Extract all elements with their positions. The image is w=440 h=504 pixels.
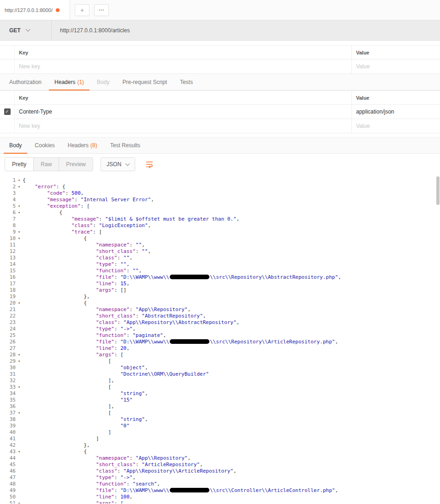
new-tab-button[interactable]: + <box>75 4 89 16</box>
fold-arrow-icon <box>16 326 23 332</box>
url-input[interactable]: http://127.0.0.1:8000/articles <box>52 20 440 40</box>
tab-response-body[interactable]: Body <box>3 138 28 153</box>
header-key-cell[interactable]: Content-Type <box>15 105 351 119</box>
fold-arrow-icon <box>16 339 23 345</box>
redacted-blob <box>170 488 209 492</box>
tab-response-cookies[interactable]: Cookies <box>28 138 61 153</box>
tab-headers[interactable]: Headers (1) <box>48 74 90 90</box>
line-number: 40 <box>0 429 16 436</box>
fold-arrow-icon <box>16 481 23 487</box>
fold-arrow-icon[interactable]: ▾ <box>16 449 23 455</box>
fold-arrow-icon <box>16 436 23 442</box>
fold-arrow-icon <box>16 365 23 371</box>
line-number: 5 <box>0 203 16 210</box>
tab-authorization[interactable]: Authorization <box>3 74 48 90</box>
fold-arrow-icon[interactable]: ▾ <box>16 184 23 190</box>
line-number: 18 <box>0 287 16 294</box>
line-number: 51 <box>0 500 16 504</box>
code-line: 23 "class": "App\\Repository\\AbstractRe… <box>0 319 440 326</box>
line-number: 20 <box>0 300 16 306</box>
line-number: 49 <box>0 487 16 494</box>
fold-arrow-icon <box>16 319 23 326</box>
fold-arrow-icon[interactable]: ▾ <box>16 410 23 416</box>
line-number: 36 <box>0 403 16 410</box>
fold-arrow-icon[interactable]: ▾ <box>16 352 23 358</box>
code-line: 43▾ { <box>0 449 440 455</box>
fold-arrow-icon <box>16 261 23 268</box>
code-line: 26 "file": "D:\\WAMP\\www\\\\src\\Reposi… <box>0 339 440 345</box>
tab-response-headers[interactable]: Headers (8) <box>61 138 104 153</box>
request-tab[interactable]: http://127.0.0.1:8000/ <box>0 0 70 20</box>
fold-arrow-icon <box>16 242 23 248</box>
fold-arrow-icon[interactable]: ▾ <box>16 203 23 210</box>
tab-body[interactable]: Body <box>90 74 116 90</box>
pretty-button[interactable]: Pretty <box>5 158 34 171</box>
code-line: 45 "short_class": "ArticleRepository", <box>0 462 440 468</box>
code-line: 30 "object", <box>0 365 440 371</box>
raw-button[interactable]: Raw <box>34 158 59 171</box>
line-number: 27 <box>0 345 16 352</box>
fold-arrow-icon <box>16 397 23 403</box>
fold-arrow-icon[interactable]: ▾ <box>16 300 23 306</box>
checkbox-checked-icon[interactable] <box>4 108 11 115</box>
scrollbar-thumb[interactable] <box>436 176 440 205</box>
fold-arrow-icon[interactable]: ▾ <box>16 500 23 504</box>
headers-header-row: Key Value <box>0 91 440 105</box>
response-viewer-toolbar: Pretty Raw Preview JSON <box>0 154 440 175</box>
fold-arrow-icon <box>16 442 23 449</box>
fold-arrow-icon[interactable]: ▾ <box>16 210 23 216</box>
code-line: 2▾ "error": { <box>0 184 440 190</box>
code-line: 42 }, <box>0 442 440 449</box>
preview-button[interactable]: Preview <box>59 158 93 171</box>
language-select[interactable]: JSON <box>101 157 135 171</box>
params-key-header: Key <box>15 46 351 59</box>
fold-arrow-icon <box>16 416 23 423</box>
tab-tests[interactable]: Tests <box>173 74 199 90</box>
headers-new-value-input[interactable] <box>356 123 440 129</box>
fold-arrow-icon[interactable]: ▾ <box>16 177 23 184</box>
fold-arrow-icon[interactable]: ▾ <box>16 229 23 235</box>
fold-arrow-icon <box>16 487 23 494</box>
fold-arrow-icon <box>16 332 23 339</box>
code-line: 31 "Doctrine\\ORM\\QueryBuilder" <box>0 371 440 378</box>
line-number: 13 <box>0 255 16 261</box>
fold-arrow-icon <box>16 494 23 500</box>
fold-arrow-icon <box>16 390 23 397</box>
code-line: 32 ], <box>0 378 440 384</box>
code-line: 10▾ { <box>0 235 440 242</box>
line-number: 26 <box>0 339 16 345</box>
fold-arrow-icon <box>16 345 23 352</box>
headers-new-key-input[interactable] <box>19 123 351 129</box>
fold-arrow-icon[interactable]: ▾ <box>16 235 23 242</box>
line-number: 22 <box>0 313 16 319</box>
code-line: 46 "class": "App\\Repository\\ArticleRep… <box>0 468 440 474</box>
headers-value-header: Value <box>351 91 440 104</box>
line-number: 12 <box>0 248 16 255</box>
fold-arrow-icon[interactable]: ▾ <box>16 358 23 365</box>
params-new-key-input[interactable] <box>19 63 351 70</box>
method-label: GET <box>9 27 21 34</box>
wrap-lines-button[interactable] <box>143 157 156 171</box>
more-tabs-button[interactable]: ••• <box>94 4 109 16</box>
code-line: 35 "15" <box>0 397 440 403</box>
header-value-cell[interactable]: application/json <box>351 105 440 119</box>
code-line: 29▾ [ <box>0 358 440 365</box>
fold-arrow-icon <box>16 268 23 274</box>
line-number: 14 <box>0 261 16 268</box>
response-headers-count-badge: (8) <box>90 142 97 149</box>
headers-table: Key Value Content-Type application/json <box>0 90 440 133</box>
fold-arrow-icon <box>16 403 23 410</box>
params-new-value-input[interactable] <box>356 63 440 70</box>
method-select[interactable]: GET <box>0 20 52 40</box>
fold-arrow-icon <box>16 287 23 294</box>
line-number: 25 <box>0 332 16 339</box>
line-number: 32 <box>0 378 16 384</box>
code-line: 19 }, <box>0 294 440 300</box>
params-value-header: Value <box>351 46 440 59</box>
fold-arrow-icon <box>16 306 23 313</box>
line-number: 38 <box>0 416 16 423</box>
fold-arrow-icon[interactable]: ▾ <box>16 384 23 390</box>
tab-test-results[interactable]: Test Results <box>104 138 147 153</box>
tab-pre-request-script[interactable]: Pre-request Script <box>116 74 173 90</box>
line-number: 23 <box>0 319 16 326</box>
